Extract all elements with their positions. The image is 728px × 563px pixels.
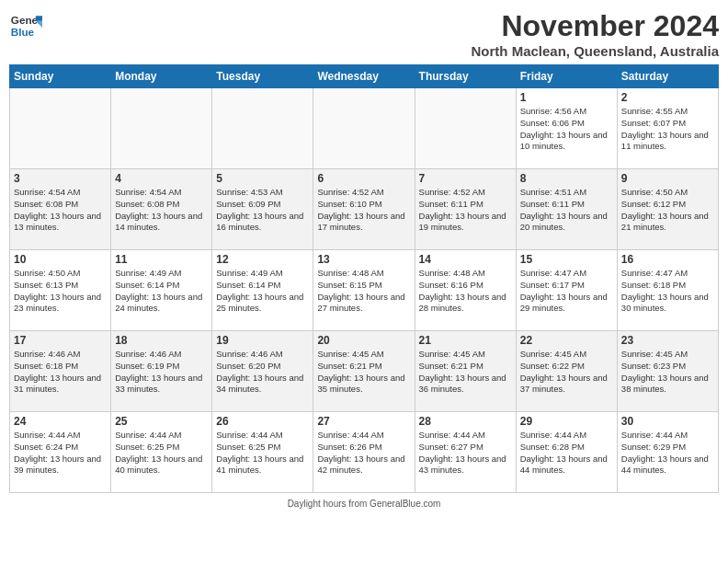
weekday-header: Wednesday (313, 65, 415, 88)
calendar-week-row: 1Sunrise: 4:56 AM Sunset: 6:06 PM Daylig… (10, 88, 719, 169)
weekday-header: Monday (111, 65, 212, 88)
calendar-cell: 8Sunrise: 4:51 AM Sunset: 6:11 PM Daylig… (516, 169, 617, 250)
page-header: General Blue November 2024 North Maclean… (9, 9, 719, 59)
day-info: Sunrise: 4:48 AM Sunset: 6:15 PM Dayligh… (317, 268, 410, 315)
footer: Daylight hours from GeneralBlue.com (9, 499, 719, 509)
day-info: Sunrise: 4:46 AM Sunset: 6:19 PM Dayligh… (115, 349, 208, 396)
calendar-cell: 16Sunrise: 4:47 AM Sunset: 6:18 PM Dayli… (617, 250, 718, 331)
svg-text:Blue: Blue (11, 26, 35, 38)
weekday-header: Saturday (617, 65, 718, 88)
day-info: Sunrise: 4:45 AM Sunset: 6:23 PM Dayligh… (621, 349, 714, 396)
calendar-cell: 23Sunrise: 4:45 AM Sunset: 6:23 PM Dayli… (617, 331, 718, 412)
calendar-cell: 20Sunrise: 4:45 AM Sunset: 6:21 PM Dayli… (313, 331, 415, 412)
calendar-cell: 15Sunrise: 4:47 AM Sunset: 6:17 PM Dayli… (516, 250, 617, 331)
day-info: Sunrise: 4:47 AM Sunset: 6:17 PM Dayligh… (520, 268, 613, 315)
calendar-cell: 24Sunrise: 4:44 AM Sunset: 6:24 PM Dayli… (10, 412, 111, 493)
weekday-header: Tuesday (212, 65, 313, 88)
day-info: Sunrise: 4:51 AM Sunset: 6:11 PM Dayligh… (520, 187, 613, 234)
day-info: Sunrise: 4:47 AM Sunset: 6:18 PM Dayligh… (621, 268, 714, 315)
day-number: 2 (621, 91, 714, 104)
weekday-header: Thursday (415, 65, 516, 88)
calendar-week-row: 24Sunrise: 4:44 AM Sunset: 6:24 PM Dayli… (10, 412, 719, 493)
weekday-header: Friday (516, 65, 617, 88)
calendar-cell: 18Sunrise: 4:46 AM Sunset: 6:19 PM Dayli… (111, 331, 212, 412)
day-info: Sunrise: 4:46 AM Sunset: 6:20 PM Dayligh… (216, 349, 309, 396)
day-number: 17 (14, 334, 107, 347)
day-info: Sunrise: 4:48 AM Sunset: 6:16 PM Dayligh… (419, 268, 512, 315)
weekday-header: Sunday (10, 65, 111, 88)
day-info: Sunrise: 4:45 AM Sunset: 6:21 PM Dayligh… (419, 349, 512, 396)
calendar-cell: 30Sunrise: 4:44 AM Sunset: 6:29 PM Dayli… (617, 412, 718, 493)
day-number: 11 (115, 253, 208, 266)
day-info: Sunrise: 4:49 AM Sunset: 6:14 PM Dayligh… (115, 268, 208, 315)
day-info: Sunrise: 4:44 AM Sunset: 6:25 PM Dayligh… (115, 430, 208, 477)
calendar-cell: 7Sunrise: 4:52 AM Sunset: 6:11 PM Daylig… (415, 169, 516, 250)
day-number: 20 (317, 334, 410, 347)
day-info: Sunrise: 4:53 AM Sunset: 6:09 PM Dayligh… (216, 187, 309, 234)
calendar-cell: 28Sunrise: 4:44 AM Sunset: 6:27 PM Dayli… (415, 412, 516, 493)
calendar-cell: 11Sunrise: 4:49 AM Sunset: 6:14 PM Dayli… (111, 250, 212, 331)
calendar-cell: 25Sunrise: 4:44 AM Sunset: 6:25 PM Dayli… (111, 412, 212, 493)
day-number: 15 (520, 253, 613, 266)
calendar-cell: 26Sunrise: 4:44 AM Sunset: 6:25 PM Dayli… (212, 412, 313, 493)
calendar-cell: 22Sunrise: 4:45 AM Sunset: 6:22 PM Dayli… (516, 331, 617, 412)
day-info: Sunrise: 4:44 AM Sunset: 6:26 PM Dayligh… (317, 430, 410, 477)
calendar-week-row: 3Sunrise: 4:54 AM Sunset: 6:08 PM Daylig… (10, 169, 719, 250)
calendar-body: 1Sunrise: 4:56 AM Sunset: 6:06 PM Daylig… (10, 88, 719, 493)
calendar-cell: 29Sunrise: 4:44 AM Sunset: 6:28 PM Dayli… (516, 412, 617, 493)
day-info: Sunrise: 4:54 AM Sunset: 6:08 PM Dayligh… (115, 187, 208, 234)
calendar-cell: 3Sunrise: 4:54 AM Sunset: 6:08 PM Daylig… (10, 169, 111, 250)
calendar-table: SundayMondayTuesdayWednesdayThursdayFrid… (9, 64, 719, 493)
footer-source: Daylight hours from GeneralBlue.com (288, 499, 441, 509)
day-info: Sunrise: 4:45 AM Sunset: 6:21 PM Dayligh… (317, 349, 410, 396)
day-number: 7 (419, 172, 512, 185)
day-number: 10 (14, 253, 107, 266)
calendar-header-row: SundayMondayTuesdayWednesdayThursdayFrid… (10, 65, 719, 88)
day-number: 22 (520, 334, 613, 347)
calendar-cell: 1Sunrise: 4:56 AM Sunset: 6:06 PM Daylig… (516, 88, 617, 169)
calendar-cell: 21Sunrise: 4:45 AM Sunset: 6:21 PM Dayli… (415, 331, 516, 412)
day-number: 3 (14, 172, 107, 185)
calendar-cell: 14Sunrise: 4:48 AM Sunset: 6:16 PM Dayli… (415, 250, 516, 331)
calendar-cell (415, 88, 516, 169)
calendar-cell: 13Sunrise: 4:48 AM Sunset: 6:15 PM Dayli… (313, 250, 415, 331)
day-info: Sunrise: 4:50 AM Sunset: 6:12 PM Dayligh… (621, 187, 714, 234)
location: North Maclean, Queensland, Australia (471, 43, 719, 59)
month-title: November 2024 (471, 9, 719, 43)
day-number: 21 (419, 334, 512, 347)
calendar-cell: 17Sunrise: 4:46 AM Sunset: 6:18 PM Dayli… (10, 331, 111, 412)
day-number: 24 (14, 415, 107, 428)
day-number: 23 (621, 334, 714, 347)
calendar-cell: 2Sunrise: 4:55 AM Sunset: 6:07 PM Daylig… (617, 88, 718, 169)
day-info: Sunrise: 4:46 AM Sunset: 6:18 PM Dayligh… (14, 349, 107, 396)
calendar-cell (10, 88, 111, 169)
day-info: Sunrise: 4:44 AM Sunset: 6:28 PM Dayligh… (520, 430, 613, 477)
day-info: Sunrise: 4:44 AM Sunset: 6:27 PM Dayligh… (419, 430, 512, 477)
day-number: 9 (621, 172, 714, 185)
calendar-cell (111, 88, 212, 169)
day-info: Sunrise: 4:54 AM Sunset: 6:08 PM Dayligh… (14, 187, 107, 234)
calendar-week-row: 17Sunrise: 4:46 AM Sunset: 6:18 PM Dayli… (10, 331, 719, 412)
day-info: Sunrise: 4:44 AM Sunset: 6:25 PM Dayligh… (216, 430, 309, 477)
day-number: 18 (115, 334, 208, 347)
calendar-cell: 4Sunrise: 4:54 AM Sunset: 6:08 PM Daylig… (111, 169, 212, 250)
day-info: Sunrise: 4:49 AM Sunset: 6:14 PM Dayligh… (216, 268, 309, 315)
day-number: 12 (216, 253, 309, 266)
day-number: 6 (317, 172, 410, 185)
calendar-cell: 27Sunrise: 4:44 AM Sunset: 6:26 PM Dayli… (313, 412, 415, 493)
day-info: Sunrise: 4:55 AM Sunset: 6:07 PM Dayligh… (621, 106, 714, 153)
logo: General Blue (9, 9, 42, 42)
day-number: 25 (115, 415, 208, 428)
day-number: 19 (216, 334, 309, 347)
calendar-cell: 19Sunrise: 4:46 AM Sunset: 6:20 PM Dayli… (212, 331, 313, 412)
day-info: Sunrise: 4:52 AM Sunset: 6:10 PM Dayligh… (317, 187, 410, 234)
day-info: Sunrise: 4:56 AM Sunset: 6:06 PM Dayligh… (520, 106, 613, 153)
calendar-cell: 12Sunrise: 4:49 AM Sunset: 6:14 PM Dayli… (212, 250, 313, 331)
day-number: 29 (520, 415, 613, 428)
calendar-cell: 5Sunrise: 4:53 AM Sunset: 6:09 PM Daylig… (212, 169, 313, 250)
day-number: 8 (520, 172, 613, 185)
calendar-cell (313, 88, 415, 169)
calendar-cell: 9Sunrise: 4:50 AM Sunset: 6:12 PM Daylig… (617, 169, 718, 250)
logo-icon: General Blue (9, 9, 42, 42)
day-number: 27 (317, 415, 410, 428)
